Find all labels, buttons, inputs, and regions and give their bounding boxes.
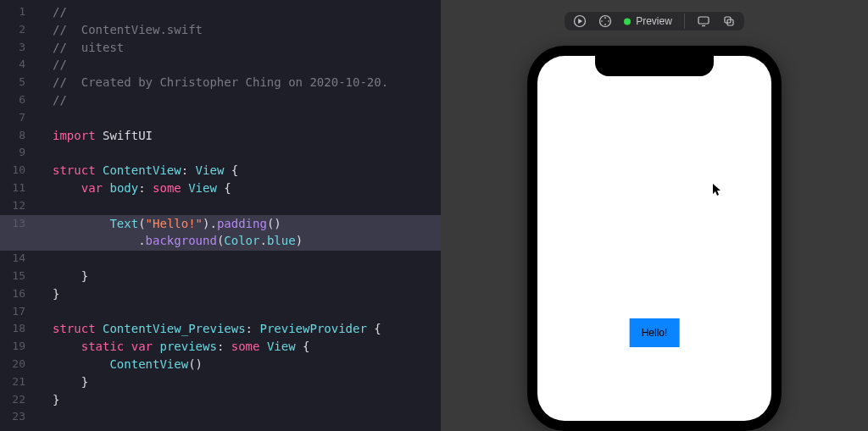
line-number: 7: [0, 109, 34, 127]
code-line[interactable]: ContentView(): [53, 356, 388, 373]
cursor-icon: [712, 183, 722, 200]
code-line[interactable]: // Created by Christopher Ching on 2020-…: [53, 74, 388, 91]
code-line[interactable]: struct ContentView: View {: [53, 162, 388, 180]
duplicate-icon[interactable]: [722, 14, 736, 28]
status-dot-icon: [624, 19, 631, 25]
line-number: [0, 232, 34, 250]
line-number: 11: [0, 180, 34, 197]
code-line[interactable]: //: [53, 3, 388, 21]
line-number: 16: [0, 285, 34, 303]
code-line[interactable]: }: [53, 373, 388, 391]
code-line[interactable]: var body: some View {: [53, 180, 388, 197]
code-line[interactable]: Text("Hello!").padding(): [53, 215, 388, 233]
hello-text-view: Hello!: [630, 318, 680, 347]
hello-label: Hello!: [642, 327, 668, 339]
line-number: 8: [0, 127, 34, 145]
code-line[interactable]: [53, 197, 388, 215]
line-number-gutter: 1234567891011121314151617181920212223: [0, 0, 34, 431]
preview-pane: Preview Hello!: [441, 0, 868, 431]
code-line[interactable]: //: [53, 91, 388, 109]
code-line[interactable]: }: [53, 268, 388, 285]
code-line[interactable]: //: [53, 56, 388, 74]
svg-rect-3: [698, 17, 709, 24]
code-line[interactable]: static var previews: some View {: [53, 338, 388, 356]
line-number: 17: [0, 303, 34, 321]
code-line[interactable]: import SwiftUI: [53, 127, 388, 145]
line-number: 13: [0, 215, 34, 233]
line-number: 5: [0, 74, 34, 91]
line-number: 9: [0, 144, 34, 162]
preview-toolbar: Preview: [565, 12, 744, 30]
line-number: 10: [0, 162, 34, 180]
line-number: 4: [0, 56, 34, 74]
compass-icon[interactable]: [598, 14, 612, 28]
line-number: 23: [0, 408, 34, 426]
device-notch: [595, 56, 714, 76]
display-icon[interactable]: [697, 14, 710, 28]
code-line[interactable]: // uitest: [53, 39, 388, 57]
code-line[interactable]: }: [53, 391, 388, 409]
line-number: 19: [0, 338, 34, 356]
device-screen[interactable]: Hello!: [537, 56, 771, 421]
line-number: 22: [0, 391, 34, 409]
code-line[interactable]: .background(Color.blue): [53, 232, 388, 250]
code-line[interactable]: [53, 408, 388, 426]
line-number: 3: [0, 39, 34, 57]
code-line[interactable]: [53, 250, 388, 268]
code-line[interactable]: // ContentView.swift: [53, 21, 388, 39]
line-number: 2: [0, 21, 34, 39]
svg-marker-1: [578, 19, 582, 24]
line-number: 18: [0, 320, 34, 338]
line-number: 15: [0, 268, 34, 285]
code-editor-pane[interactable]: 1234567891011121314151617181920212223 //…: [0, 0, 441, 431]
code-line[interactable]: struct ContentView_Previews: PreviewProv…: [53, 320, 388, 338]
code-line[interactable]: }: [53, 285, 388, 303]
toolbar-divider: [684, 14, 685, 29]
run-icon[interactable]: [573, 14, 587, 28]
line-number: 1: [0, 3, 34, 21]
device-frame: Hello!: [527, 46, 782, 431]
code-line[interactable]: [53, 109, 388, 127]
preview-label: Preview: [636, 15, 672, 27]
line-number: 20: [0, 356, 34, 373]
preview-status-button[interactable]: Preview: [624, 15, 672, 27]
line-number: 6: [0, 91, 34, 109]
line-number: 12: [0, 197, 34, 215]
code-area[interactable]: //// ContentView.swift// uitest//// Crea…: [34, 0, 388, 426]
code-line[interactable]: [53, 303, 388, 321]
line-number: 21: [0, 373, 34, 391]
code-line[interactable]: [53, 144, 388, 162]
line-number: 14: [0, 250, 34, 268]
